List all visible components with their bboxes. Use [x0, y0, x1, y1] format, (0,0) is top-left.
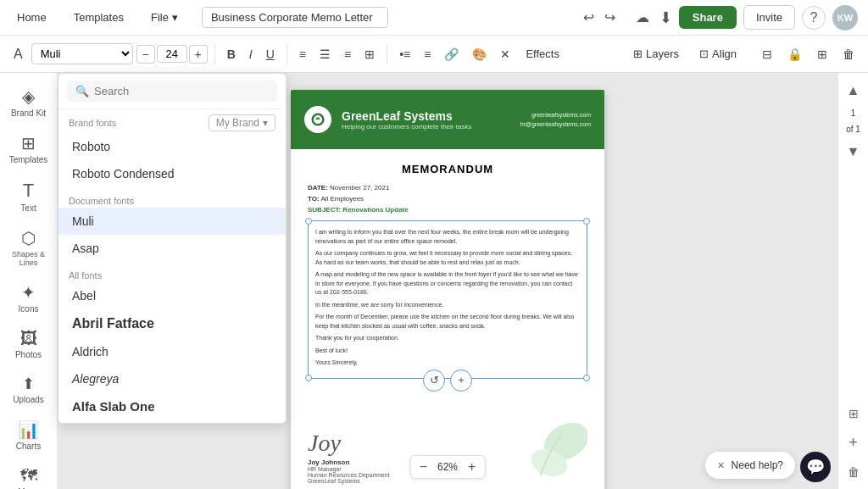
list-ol-button[interactable]: ≡ — [339, 44, 356, 64]
right-panel-btn-1[interactable]: ⊞ — [845, 403, 862, 424]
font-family-select[interactable]: Muli — [31, 43, 133, 64]
font-item-abril[interactable]: Abril Fatface — [58, 309, 286, 338]
chat-button[interactable]: 💬 — [800, 452, 831, 482]
zoom-out-button[interactable]: − — [420, 459, 427, 475]
sidebar-item-shapes[interactable]: ⬡ Shapes & Lines — [3, 221, 54, 274]
bullets-button[interactable]: •≡ — [394, 44, 415, 64]
help-text: Need help? — [732, 459, 783, 471]
indent-button[interactable]: ≡ — [419, 44, 436, 64]
scroll-down-button[interactable]: ▼ — [843, 141, 864, 163]
font-size-increase[interactable]: + — [189, 45, 208, 64]
font-item-asap[interactable]: Asap — [58, 235, 286, 262]
flip-button[interactable]: ⊟ — [757, 44, 777, 64]
handle-tl[interactable] — [305, 218, 312, 225]
company-tagline: Helping our customers complete their tas… — [342, 123, 471, 131]
bold-button[interactable]: B — [222, 44, 241, 64]
body-para-7: Best of luck! — [315, 347, 580, 356]
body-closing: Yours Sincerely, — [315, 358, 580, 368]
handle-bl[interactable] — [305, 375, 312, 381]
effects-button[interactable]: Effects — [526, 47, 559, 60]
all-fonts-section-header: All fonts — [58, 265, 286, 282]
brand-select-dropdown[interactable]: My Brand ▾ — [209, 114, 275, 131]
italic-button[interactable]: I — [244, 44, 258, 64]
sidebar-item-uploads[interactable]: ⬆ Uploads — [3, 368, 54, 411]
uploads-icon: ⬆ — [22, 375, 35, 393]
font-size-decrease[interactable]: − — [136, 45, 155, 64]
duplicate-button[interactable]: ⊞ — [812, 44, 832, 64]
icons-icon: ✦ — [21, 282, 36, 303]
list-button[interactable]: ☰ — [314, 44, 336, 64]
invite-button[interactable]: Invite — [743, 5, 795, 30]
add-action-button[interactable]: + — [450, 370, 472, 392]
body-para-5: For the month of December, please use th… — [315, 313, 580, 331]
avatar[interactable]: KW — [832, 5, 858, 31]
document-fonts-section-header: Document fonts — [58, 191, 286, 208]
sidebar-item-text[interactable]: T Text — [3, 173, 54, 219]
font-item-roboto-condensed[interactable]: Roboto Condensed — [58, 160, 286, 187]
delete-button[interactable]: 🗑 — [837, 44, 860, 64]
font-search-input[interactable] — [94, 85, 269, 97]
right-panel-btn-trash[interactable]: 🗑 — [844, 462, 863, 482]
body-para-6: Thank you for your cooperation. — [315, 334, 580, 343]
photos-icon: 🖼 — [20, 329, 37, 348]
underline-button[interactable]: U — [261, 44, 280, 64]
font-item-aldrich[interactable]: Aldrich — [58, 338, 286, 365]
sidebar-item-icons[interactable]: ✦ Icons — [3, 275, 54, 320]
doc-text-box[interactable]: I am writing to inform you that over the… — [308, 220, 587, 379]
maps-icon: 🗺 — [20, 466, 37, 486]
share-button[interactable]: Share — [679, 6, 737, 29]
right-panel-btn-plus[interactable]: + — [845, 431, 861, 455]
undo-button[interactable]: ↩ — [580, 6, 598, 29]
doc-header: GreenLeaf Systems Helping our customers … — [291, 90, 604, 149]
font-item-muli[interactable]: Muli — [58, 208, 286, 235]
zoom-in-button[interactable]: + — [468, 459, 476, 475]
text-color-button[interactable]: A — [8, 43, 28, 65]
company-info: GreenLeaf Systems Helping our customers … — [342, 109, 471, 131]
help-close-button[interactable]: × — [717, 458, 724, 472]
company-contact: greenleafsystems.com hr@greenleafsystems… — [520, 110, 591, 129]
refresh-action-button[interactable]: ↺ — [423, 370, 445, 392]
sidebar-item-charts[interactable]: 📊 Charts — [3, 413, 54, 458]
font-item-allerta-stencil[interactable]: Allerta Stencil — [58, 420, 286, 423]
color-button[interactable]: 🎨 — [467, 44, 492, 64]
sidebar-item-brand-kit[interactable]: ◈ Brand Kit — [3, 80, 54, 125]
download-button[interactable]: ⬇ — [659, 8, 672, 27]
body-para-4: In the meantime, we are sorry for inconv… — [315, 301, 580, 310]
sidebar-item-maps[interactable]: 🗺 Maps — [3, 459, 54, 489]
scroll-up-button[interactable]: ▲ — [843, 80, 864, 102]
font-item-abel[interactable]: Abel — [58, 282, 286, 309]
redo-button[interactable]: ↪ — [601, 6, 619, 29]
font-item-alfa-slab[interactable]: Alfa Slab One — [58, 392, 286, 420]
font-size-input[interactable] — [157, 45, 187, 63]
doc-date: DATE: November 27, 2021 — [308, 184, 587, 192]
sidebar-item-photos[interactable]: 🖼 Photos — [3, 322, 54, 366]
sidebar-item-templates[interactable]: ⊞ Templates — [3, 126, 54, 171]
layers-button[interactable]: ⊞ Layers — [633, 47, 679, 60]
text-icon: T — [23, 180, 34, 202]
font-item-roboto[interactable]: Roboto — [58, 133, 286, 160]
doc-subject: SUBJECT: Renovations Update — [308, 206, 587, 214]
zoom-bar: − 62% + — [410, 455, 486, 479]
table-button[interactable]: ⊞ — [359, 44, 380, 64]
nav-file[interactable]: File ▾ — [144, 8, 185, 27]
text-box-actions: ↺ + — [423, 370, 472, 392]
align-left-button[interactable]: ≡ — [294, 44, 311, 64]
help-button[interactable]: ? — [802, 6, 826, 30]
document-title-input[interactable] — [202, 7, 388, 28]
handle-tr[interactable] — [583, 218, 590, 225]
align-button[interactable]: ⊡ Align — [699, 47, 737, 60]
font-item-alegreya[interactable]: Alegreya — [58, 365, 286, 392]
nav-home[interactable]: Home — [10, 8, 53, 27]
font-size-group: − + — [136, 45, 208, 64]
cloud-sync-button[interactable]: ☁ — [632, 6, 653, 29]
handle-br[interactable] — [583, 375, 590, 381]
nav-templates[interactable]: Templates — [67, 8, 131, 27]
company-name: GreenLeaf Systems — [342, 109, 471, 123]
clear-format-button[interactable]: ✕ — [495, 44, 515, 64]
body-para-2: As our company continues to grow, we fee… — [315, 249, 580, 267]
lock-button[interactable]: 🔒 — [782, 44, 807, 64]
font-dropdown-panel: 🔍 Brand fonts My Brand ▾ Roboto Roboto C… — [58, 73, 287, 424]
font-search-wrap: 🔍 — [58, 74, 286, 109]
sep-3 — [387, 44, 387, 64]
link-button[interactable]: 🔗 — [439, 44, 464, 64]
